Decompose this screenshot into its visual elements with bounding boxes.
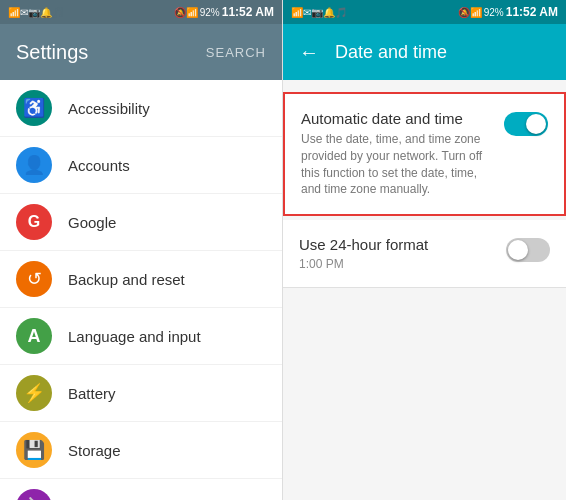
sidebar-item-accessories[interactable]: 🔌 Accessories — [0, 479, 282, 500]
google-icon: G — [16, 204, 52, 240]
language-label: Language and input — [68, 328, 201, 345]
sidebar-item-storage[interactable]: 💾 Storage — [0, 422, 282, 479]
datetime-header: ← Date and time — [283, 24, 566, 80]
toggle-thumb — [526, 114, 546, 134]
24hour-title: Use 24-hour format — [299, 236, 494, 253]
back-button[interactable]: ← — [299, 41, 319, 64]
left-time: 11:52 AM — [222, 5, 274, 19]
left-battery: 92% — [200, 7, 220, 18]
battery-icon: ⚡ — [16, 375, 52, 411]
left-status-icons: 📶✉📷🔔🎵 — [8, 7, 64, 18]
datetime-panel: 📶✉📷🔔🎵 🔕📶 92% 11:52 AM ← Date and time Au… — [283, 0, 566, 500]
search-button[interactable]: SEARCH — [206, 45, 266, 60]
datetime-content: Automatic date and time Use the date, ti… — [283, 80, 566, 500]
backup-icon: ↺ — [16, 261, 52, 297]
datetime-page-title: Date and time — [335, 42, 447, 63]
settings-list: ♿ Accessibility 👤 Accounts G Google ↺ Ba… — [0, 80, 282, 500]
auto-datetime-card[interactable]: Automatic date and time Use the date, ti… — [283, 92, 566, 216]
left-signal-icon: 🔕📶 — [174, 7, 198, 18]
sidebar-item-accessibility[interactable]: ♿ Accessibility — [0, 80, 282, 137]
left-status-bar: 📶✉📷🔔🎵 🔕📶 92% 11:52 AM — [0, 0, 282, 24]
24hour-subtitle: 1:00 PM — [299, 257, 494, 271]
24hour-text: Use 24-hour format 1:00 PM — [299, 236, 494, 271]
settings-panel: 📶✉📷🔔🎵 🔕📶 92% 11:52 AM Settings SEARCH ♿ … — [0, 0, 283, 500]
notification-icons: 📶✉📷🔔🎵 — [8, 7, 64, 18]
accounts-label: Accounts — [68, 157, 130, 174]
right-time: 11:52 AM — [506, 5, 558, 19]
settings-header: Settings SEARCH — [0, 24, 282, 80]
24hour-card[interactable]: Use 24-hour format 1:00 PM — [283, 220, 566, 288]
storage-label: Storage — [68, 442, 121, 459]
right-status-icons: 📶✉📷🔔🎵 — [291, 7, 347, 18]
right-status-bar: 📶✉📷🔔🎵 🔕📶 92% 11:52 AM — [283, 0, 566, 24]
24hour-toggle[interactable] — [506, 238, 550, 262]
right-battery: 92% — [484, 7, 504, 18]
auto-datetime-title: Automatic date and time — [301, 110, 492, 127]
battery-label: Battery — [68, 385, 116, 402]
auto-datetime-toggle[interactable] — [504, 112, 548, 136]
language-icon: A — [16, 318, 52, 354]
sidebar-item-google[interactable]: G Google — [0, 194, 282, 251]
accessibility-label: Accessibility — [68, 100, 150, 117]
accounts-icon: 👤 — [16, 147, 52, 183]
storage-icon: 💾 — [16, 432, 52, 468]
sidebar-item-language[interactable]: A Language and input — [0, 308, 282, 365]
auto-datetime-text: Automatic date and time Use the date, ti… — [301, 110, 492, 198]
accessories-icon: 🔌 — [16, 489, 52, 500]
right-status-right: 🔕📶 92% 11:52 AM — [458, 5, 558, 19]
backup-label: Backup and reset — [68, 271, 185, 288]
settings-title: Settings — [16, 41, 88, 64]
google-label: Google — [68, 214, 116, 231]
sidebar-item-accounts[interactable]: 👤 Accounts — [0, 137, 282, 194]
sidebar-item-battery[interactable]: ⚡ Battery — [0, 365, 282, 422]
sidebar-item-backup[interactable]: ↺ Backup and reset — [0, 251, 282, 308]
left-status-right: 🔕📶 92% 11:52 AM — [174, 5, 274, 19]
auto-datetime-desc: Use the date, time, and time zone provid… — [301, 131, 492, 198]
accessibility-icon: ♿ — [16, 90, 52, 126]
right-notification-icons: 📶✉📷🔔🎵 — [291, 7, 347, 18]
right-signal-icon: 🔕📶 — [458, 7, 482, 18]
